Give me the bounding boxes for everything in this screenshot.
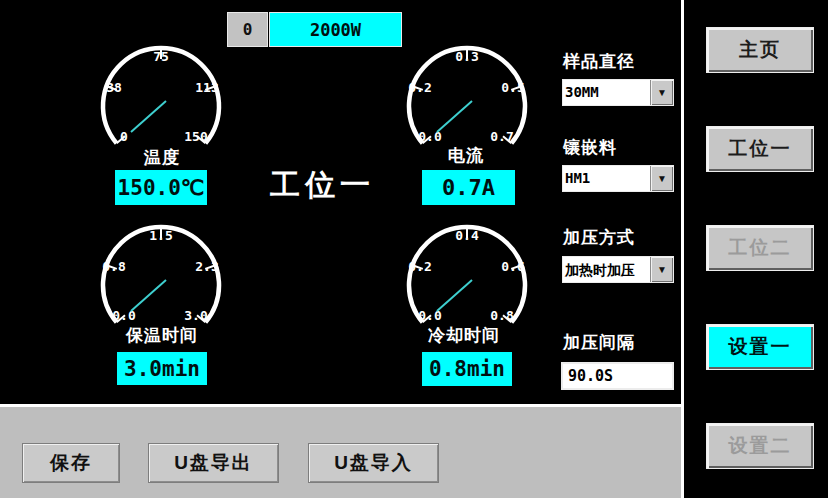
save-button[interactable]: 保存 — [22, 443, 120, 483]
tick-label: 0.8 — [490, 308, 514, 323]
dropdown-button[interactable]: ▼ — [650, 80, 673, 105]
tick-label: 3.0 — [184, 308, 208, 323]
nav-settings2-button[interactable]: 设置二 — [706, 423, 814, 469]
station-title: 工位一 — [270, 165, 375, 206]
current-value-display[interactable]: 0.7A — [422, 170, 515, 205]
nav-settings1-button[interactable]: 设置一 — [706, 324, 814, 370]
gauge-needle — [437, 280, 472, 311]
chevron-down-icon: ▼ — [657, 173, 667, 184]
mounting-material-value: HM1 — [563, 166, 650, 191]
nav-column: 主页 工位一 工位二 设置一 设置二 — [684, 0, 828, 498]
pressure-interval-label: 加压间隔 — [563, 331, 635, 354]
nav-home-button[interactable]: 主页 — [706, 27, 814, 73]
nav-station2-button[interactable]: 工位二 — [706, 225, 814, 271]
gauge-needle — [131, 101, 166, 132]
pressure-mode-label: 加压方式 — [563, 226, 635, 249]
tick-label: 0 — [120, 129, 128, 144]
power-index-display: 0 — [227, 12, 268, 47]
mounting-material-label: 镶嵌料 — [563, 136, 617, 159]
pressure-interval-input[interactable]: 90.0S — [561, 362, 674, 390]
tick-label: 0.2 — [408, 259, 431, 274]
tick-label: 113 — [195, 80, 218, 95]
temperature-value-display[interactable]: 150.0℃ — [115, 170, 207, 205]
chevron-down-icon: ▼ — [657, 264, 667, 275]
nav-station1-button[interactable]: 工位一 — [706, 126, 814, 172]
gauge-needle — [437, 101, 472, 132]
pressure-mode-value: 加热时加压 — [563, 257, 650, 282]
tick-label: 2.3 — [195, 259, 218, 274]
tick-label: 0.5 — [501, 80, 524, 95]
gauge-temperature-label: 温度 — [122, 146, 202, 169]
gauge-hold-time-label: 保温时间 — [122, 324, 202, 347]
dropdown-button[interactable]: ▼ — [650, 166, 673, 191]
tick-label: 0.6 — [501, 259, 525, 274]
usb-export-button[interactable]: U盘导出 — [148, 443, 279, 483]
sample-diameter-value: 30MM — [563, 80, 650, 105]
hmi-screen: 0 2000W 0 38 75 113 150 温度 150.0℃ 0.0 0.… — [0, 0, 828, 498]
tick-label: 0.2 — [408, 80, 431, 95]
gauge-current-label: 电流 — [436, 144, 496, 167]
gauge-needle — [131, 280, 166, 311]
pressure-mode-select[interactable]: 加热时加压 ▼ — [562, 256, 674, 283]
bottom-bar: 保存 U盘导出 U盘导入 — [0, 404, 681, 498]
tick-label: 0.4 — [455, 228, 479, 243]
hold-time-value-display[interactable]: 3.0min — [117, 352, 207, 385]
tick-label: 75 — [153, 49, 169, 64]
sample-diameter-label: 样品直径 — [563, 50, 635, 73]
tick-label: 150 — [184, 129, 208, 144]
usb-import-button[interactable]: U盘导入 — [308, 443, 439, 483]
gauge-cool-time-label: 冷却时间 — [424, 324, 504, 347]
sample-diameter-select[interactable]: 30MM ▼ — [562, 79, 674, 106]
tick-label: 0.8 — [102, 259, 126, 274]
dropdown-button[interactable]: ▼ — [650, 257, 673, 282]
tick-label: 38 — [106, 80, 122, 95]
chevron-down-icon: ▼ — [657, 87, 667, 98]
power-value-display[interactable]: 2000W — [269, 12, 402, 47]
tick-label: 1.5 — [149, 228, 172, 243]
cool-time-value-display[interactable]: 0.8min — [422, 352, 512, 386]
tick-label: 0.3 — [455, 49, 478, 64]
mounting-material-select[interactable]: HM1 ▼ — [562, 165, 674, 192]
tick-label: 0.7 — [490, 129, 513, 144]
